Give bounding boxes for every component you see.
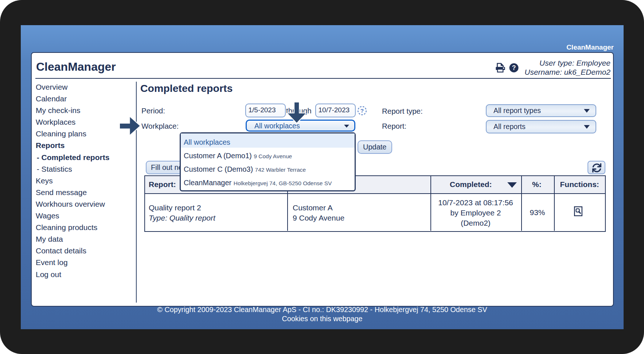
svg-text:?: ? xyxy=(360,108,364,114)
svg-text:?: ? xyxy=(512,64,516,71)
